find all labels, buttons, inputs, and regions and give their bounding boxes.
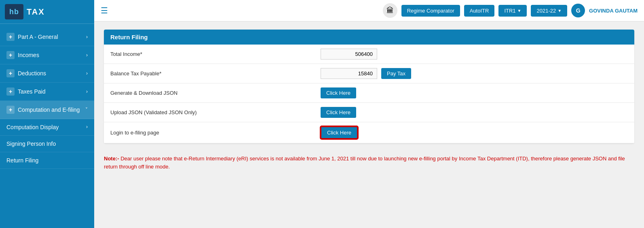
sidebar-label-part-a-general: Part A - General: [18, 34, 58, 40]
login-efiling-label: Login to e-filing page: [110, 130, 321, 136]
chevron-taxes-paid: ›: [86, 89, 88, 94]
logo-box: hb: [5, 4, 23, 19]
logo-area: hb TAX: [0, 0, 94, 24]
card-header: Return Filing: [104, 30, 634, 45]
itr1-dropdown-arrow: ▼: [517, 9, 522, 13]
sidebar-label-deductions: Deductions: [18, 70, 46, 77]
balance-tax-input[interactable]: [321, 68, 377, 79]
sidebar-label-return-filing: Return Filing: [6, 157, 38, 164]
generate-json-button[interactable]: Click Here: [321, 87, 356, 98]
sidebar-item-incomes[interactable]: + Incomes ›: [0, 46, 94, 64]
sidebar-label-computation-display: Computation Display: [6, 124, 59, 130]
chevron-deductions: ›: [86, 70, 88, 76]
sidebar-item-deductions[interactable]: + Deductions ›: [0, 64, 94, 83]
regime-comparator-button[interactable]: Regime Comparator: [401, 5, 460, 17]
sidebar-item-part-a-general[interactable]: + Part A - General ›: [0, 28, 94, 46]
generate-json-row: Generate & Download JSON Click Here: [104, 83, 634, 103]
sidebar: hb TAX + Part A - General › + Incomes › …: [0, 0, 94, 228]
generate-json-label: Generate & Download JSON: [110, 90, 321, 96]
total-income-row: Total Income*: [104, 45, 634, 64]
sidebar-item-return-filing[interactable]: Return Filing: [0, 152, 94, 169]
chevron-part-a: ›: [86, 34, 88, 40]
plus-icon-taxes-paid: +: [6, 87, 15, 96]
total-income-input[interactable]: [321, 49, 377, 60]
plus-icon-part-a: +: [6, 33, 15, 41]
sidebar-label-computation: Computation and E-filing: [18, 107, 80, 113]
return-filing-card: Return Filing Total Income* Balance Tax …: [104, 30, 634, 143]
upload-json-label: Upload JSON (Validated JSON Only): [110, 109, 321, 115]
note-label: Note:-: [104, 156, 119, 162]
sidebar-item-computation-e-filing[interactable]: + Computation and E-filing ˅: [0, 101, 94, 119]
sidebar-label-taxes-paid: Taxes Paid: [18, 88, 45, 95]
pay-tax-button[interactable]: Pay Tax: [381, 68, 411, 79]
chevron-incomes: ›: [86, 52, 88, 58]
chevron-computation: ˅: [85, 107, 88, 113]
login-efiling-button[interactable]: Click Here: [321, 126, 358, 139]
regime-icon: 🏛: [383, 3, 397, 18]
note-section: Note:- Dear user please note that e-Retu…: [104, 150, 634, 172]
plus-icon-computation: +: [6, 106, 15, 114]
year-dropdown-arrow: ▼: [557, 9, 562, 13]
sidebar-nav: + Part A - General › + Incomes › + Deduc…: [0, 24, 94, 228]
upload-json-row: Upload JSON (Validated JSON Only) Click …: [104, 103, 634, 122]
sidebar-item-signing-person[interactable]: Signing Person Info: [0, 136, 94, 152]
sidebar-item-taxes-paid[interactable]: + Taxes Paid ›: [0, 83, 94, 101]
header: ☰ 🏛 Regime Comparator AutoITR ITR1 ▼ 202…: [94, 0, 644, 21]
sidebar-label-signing-person: Signing Person Info: [6, 141, 56, 147]
plus-icon-incomes: +: [6, 51, 15, 59]
balance-tax-label: Balance Tax Payable*: [110, 70, 321, 77]
balance-tax-row: Balance Tax Payable* Pay Tax: [104, 64, 634, 83]
auto-itr-button[interactable]: AutoITR: [464, 5, 495, 17]
logo-text: TAX: [27, 7, 45, 17]
hamburger-icon[interactable]: ☰: [101, 6, 108, 15]
year-button[interactable]: 2021-22 ▼: [531, 5, 567, 17]
page-content: Return Filing Total Income* Balance Tax …: [94, 21, 644, 228]
itr1-button[interactable]: ITR1 ▼: [498, 5, 527, 17]
plus-icon-deductions: +: [6, 69, 15, 77]
sidebar-item-computation-display[interactable]: Computation Display ›: [0, 119, 94, 136]
user-name: GOVINDA GAUTAM: [589, 8, 638, 14]
logo-hb: hb: [9, 8, 19, 16]
sidebar-label-incomes: Incomes: [18, 52, 39, 58]
upload-json-button[interactable]: Click Here: [321, 107, 356, 118]
main-content: ☰ 🏛 Regime Comparator AutoITR ITR1 ▼ 202…: [94, 0, 644, 228]
user-avatar: G: [571, 4, 585, 17]
note-text: Dear user please note that e-Return Inte…: [104, 156, 625, 170]
chevron-computation-display: ›: [86, 124, 88, 130]
total-income-label: Total Income*: [110, 51, 321, 57]
login-efiling-row: Login to e-filing page Click Here: [104, 122, 634, 143]
